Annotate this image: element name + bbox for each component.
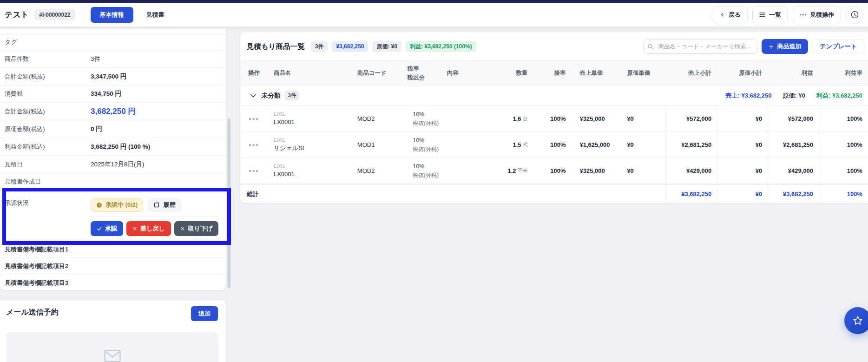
add-product-button[interactable]: 商品追加 — [762, 39, 808, 54]
col-subtotal: 売上小計 — [665, 61, 717, 85]
mail-empty-panel — [6, 332, 218, 362]
history-clock-button[interactable] — [846, 6, 863, 24]
search-icon — [647, 43, 654, 50]
col-product-code: 商品コード — [351, 61, 405, 85]
product-search — [643, 39, 757, 54]
row-menu-icon[interactable]: ●●● — [249, 117, 259, 121]
field-row-quotation-note-1: 見積書備考欄記載項目1 — [0, 241, 226, 257]
approval-divider — [91, 217, 217, 217]
col-quantity: 数量 — [502, 61, 533, 85]
col-unit-cost: 原価単価 — [625, 61, 665, 85]
app-header: テスト #I-00000022 基本情報 見積書 戻る 一覧 見積操作 — [0, 3, 868, 27]
products-count-badge: 3件 — [311, 41, 328, 52]
mail-add-button[interactable]: 追加 — [191, 306, 218, 321]
row-menu-icon[interactable]: ●●● — [249, 169, 259, 173]
estimate-products-panel: 見積もり商品一覧 3件 ¥3,682,250 原価: ¥0 利益: ¥3,682… — [240, 32, 868, 203]
back-button[interactable]: 戻る — [713, 7, 748, 23]
approval-history-button[interactable]: 履歴 — [148, 198, 181, 212]
send-back-button[interactable]: 差し戻し — [126, 221, 171, 236]
field-row-estimate-date: 見積日 2025年12月8日(月) — [0, 155, 226, 173]
approval-pending-badge: 承認中 (0/2) — [91, 198, 143, 212]
row-menu-icon[interactable]: ●●● — [249, 143, 259, 147]
field-row-tag: タグ — [0, 34, 226, 50]
tab-basic-info[interactable]: 基本情報 — [91, 7, 133, 23]
top-navy-strip — [0, 0, 868, 3]
group-cost-total: 原価: ¥0 — [783, 92, 805, 100]
chevron-down-icon[interactable] — [250, 94, 256, 98]
estimate-summary-panel: タグ 商品件数 3件 合計金額(税抜) 3,347,500 円 消費税 334,… — [0, 28, 226, 290]
check-icon — [97, 226, 102, 231]
menu-icon — [759, 12, 765, 17]
favorite-fab-button[interactable] — [844, 307, 868, 334]
products-amount-badge: ¥3,682,250 — [332, 41, 368, 52]
group-profit-total: 利益: ¥3,682,250 — [816, 92, 862, 100]
table-total-row: 総計 ¥3,682,250 ¥0 ¥3,682,250 100% — [240, 184, 868, 204]
header-divider — [83, 9, 83, 21]
field-row-total-incl-tax: 合計金額(税込) 3,682,250 円 — [0, 102, 226, 120]
approve-button[interactable]: 承認 — [91, 221, 123, 236]
field-row-item-count: 商品件数 3件 — [0, 50, 226, 67]
cross-icon — [180, 226, 185, 231]
products-title: 見積もり商品一覧 — [247, 42, 305, 52]
page-title: テスト — [5, 9, 29, 20]
products-profit-badge: 利益: ¥3,682,250 (100%) — [406, 41, 476, 52]
group-row-uncategorized: 未分類 3件 売上: ¥3,682,250 原価: ¥0 利益: ¥3,682,… — [240, 86, 868, 106]
estimate-operations-button[interactable]: 見積操作 — [793, 7, 841, 23]
withdraw-button[interactable]: 取り下げ — [174, 221, 219, 236]
plus-icon — [769, 44, 774, 49]
mail-schedule-panel: メール送信予約 追加 — [0, 300, 226, 362]
field-row-cost-incl-tax: 原価金額(税込) 0 円 — [0, 120, 226, 138]
col-tax: 税率 税区分 — [405, 61, 444, 85]
table-row: ●●● LIXILLX0001 MOD2 10%税抜(外税) 1.2平米 100… — [240, 158, 868, 184]
clock-icon — [96, 202, 102, 208]
field-row-quotation-note-2: 見積書備考欄記載項目2 — [0, 257, 226, 275]
clock-icon — [850, 10, 859, 19]
field-row-profit-incl-tax: 利益金額(税込) 3,682,250 円 (100 %) — [0, 138, 226, 155]
group-sales-total: 売上: ¥3,682,250 — [725, 92, 771, 100]
sidebar-scrollbar[interactable] — [228, 118, 230, 288]
col-content: 内容 — [444, 61, 502, 85]
table-row: ●●● LIXILリシェルSI MOD1 10%税抜(外税) 1.5式 100%… — [240, 132, 868, 158]
tab-quotation[interactable]: 見積書 — [146, 11, 164, 19]
field-row-quotation-note-3: 見積書備考欄記載項目3 — [0, 275, 226, 291]
field-row-quotation-created-date: 見積書作成日 — [0, 173, 226, 190]
mail-icon — [104, 349, 121, 362]
chevron-left-icon — [720, 12, 725, 17]
group-count-badge: 3件 — [285, 91, 300, 100]
col-cost-subtotal: 原価小計 — [717, 61, 768, 85]
ellipsis-icon — [800, 14, 806, 16]
col-operation: 操作 — [240, 61, 268, 85]
list-button[interactable]: 一覧 — [752, 7, 788, 23]
star-icon — [852, 315, 863, 326]
product-search-input[interactable] — [643, 39, 757, 54]
col-unit-price: 売上単価 — [572, 61, 625, 85]
history-icon — [154, 202, 159, 208]
estimate-id-badge: #I-00000022 — [34, 9, 75, 20]
approval-status-section: 承認状況 承認中 (0/2) 履歴 — [0, 190, 226, 241]
col-product-name: 商品名 — [268, 61, 351, 85]
table-row: ●●● LIXILLX0001 MOD2 10%税抜(外税) 1.6台 100%… — [240, 106, 868, 132]
products-cost-badge: 原価: ¥0 — [372, 41, 401, 52]
col-rate: 掛率 — [533, 61, 572, 85]
mail-schedule-title: メール送信予約 — [6, 308, 59, 317]
field-row-consumption-tax: 消費税 334,750 円 — [0, 85, 226, 102]
table-header-row: 操作 商品名 商品コード 税率 税区分 内容 数量 掛率 売上単価 原価単価 売… — [240, 61, 868, 86]
template-button[interactable]: テンプレート — [812, 39, 864, 54]
field-row-total-excl-tax: 合計金額(税抜) 3,347,500 円 — [0, 67, 226, 85]
col-profit-rate: 利益率 — [819, 61, 868, 85]
cross-icon — [132, 226, 137, 231]
col-profit: 利益 — [768, 61, 819, 85]
